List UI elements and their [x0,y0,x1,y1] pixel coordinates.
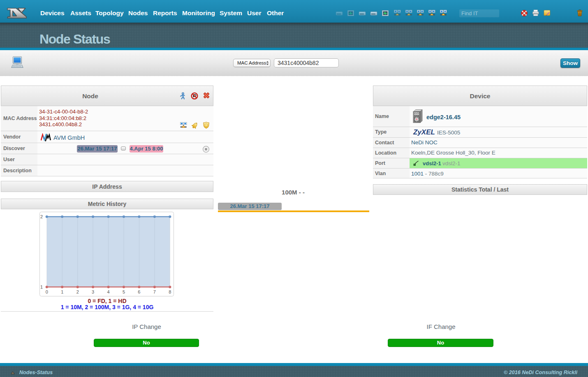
svg-text:2: 2 [40,214,43,219]
svg-text:2: 2 [76,289,79,294]
svg-text:6: 6 [138,289,140,294]
svg-text:1: 1 [40,284,43,289]
svg-text:7: 7 [153,289,156,294]
svg-text:4: 4 [107,289,110,294]
svg-text:0: 0 [46,289,48,294]
svg-text:1: 1 [61,289,63,294]
svg-text:5: 5 [123,289,125,294]
svg-text:3: 3 [92,289,94,294]
svg-text:8: 8 [169,289,171,294]
